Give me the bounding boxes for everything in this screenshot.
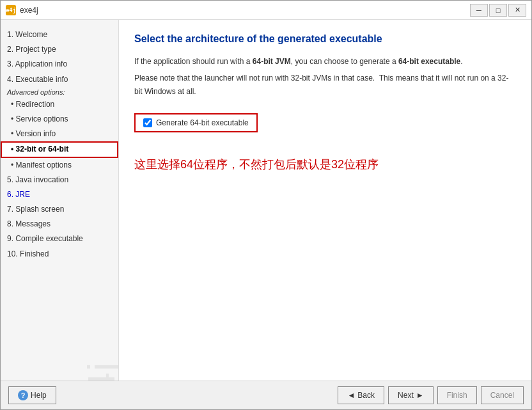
app-icon: e4j [6,5,16,15]
generate-64bit-checkbox[interactable] [143,118,152,127]
next-icon: ► [416,391,424,400]
sidebar-item-version-info[interactable]: • Version info [1,127,118,141]
sidebar-item-redirection[interactable]: • Redirection [1,97,118,112]
sidebar-item-java-invocation[interactable]: 5. Java invocation [1,173,118,187]
back-button[interactable]: ◄ Back [338,386,384,404]
sidebar-item-exe-info[interactable]: 4. Executable info [1,72,118,87]
window-title: exe4j [20,6,470,15]
window-body: 1. Welcome 2. Project type 3. Applicatio… [1,20,531,381]
back-icon: ◄ [347,391,355,400]
finish-button[interactable]: Finish [437,386,477,404]
help-button[interactable]: ? Help [8,386,56,404]
footer: ? Help ◄ Back Next ► Finish Cancel [1,381,531,409]
main-window: e4j exe4j ─ □ ✕ 1. Welcome 2. Project ty… [0,0,532,410]
sidebar: 1. Welcome 2. Project type 3. Applicatio… [1,20,119,381]
sidebar-item-32-64-bit[interactable]: • 32-bit or 64-bit [1,141,118,157]
description-1: If the application should run with a 64-… [134,55,516,68]
close-button[interactable]: ✕ [508,4,526,17]
restore-button[interactable]: □ [489,4,507,17]
main-content: Select the architecture of the generated… [119,20,531,381]
minimize-button[interactable]: ─ [470,4,488,17]
generate-64bit-group: Generate 64-bit executable [134,113,258,132]
chinese-note: 这里选择64位程序，不然打包后默认是32位程序 [134,157,516,172]
next-button[interactable]: Next ► [388,386,434,404]
description-2: Please note that the launcher will not r… [134,72,516,98]
sidebar-watermark: exe4j [79,361,119,381]
advanced-options-header: Advanced options: [1,87,72,97]
sidebar-item-service-options[interactable]: • Service options [1,112,118,127]
window-controls: ─ □ ✕ [470,4,526,17]
generate-64bit-label[interactable]: Generate 64-bit executable [156,118,249,127]
page-title: Select the architecture of the generated… [134,33,516,46]
help-icon: ? [18,390,28,400]
sidebar-item-compile-exe[interactable]: 9. Compile executable [1,232,118,246]
sidebar-item-finished[interactable]: 10. Finished [1,247,118,262]
sidebar-item-splash-screen[interactable]: 7. Splash screen [1,202,118,217]
sidebar-item-manifest-options[interactable]: • Manifest options [1,158,118,173]
sidebar-item-jre[interactable]: 6. JRE [1,187,118,202]
footer-nav: ◄ Back Next ► Finish Cancel [338,386,524,404]
title-bar: e4j exe4j ─ □ ✕ [1,1,531,20]
sidebar-item-messages[interactable]: 8. Messages [1,217,118,232]
sidebar-item-welcome[interactable]: 1. Welcome [1,28,118,42]
sidebar-item-project-type[interactable]: 2. Project type [1,42,118,57]
sidebar-item-app-info[interactable]: 3. Application info [1,57,118,72]
cancel-button[interactable]: Cancel [481,386,524,404]
